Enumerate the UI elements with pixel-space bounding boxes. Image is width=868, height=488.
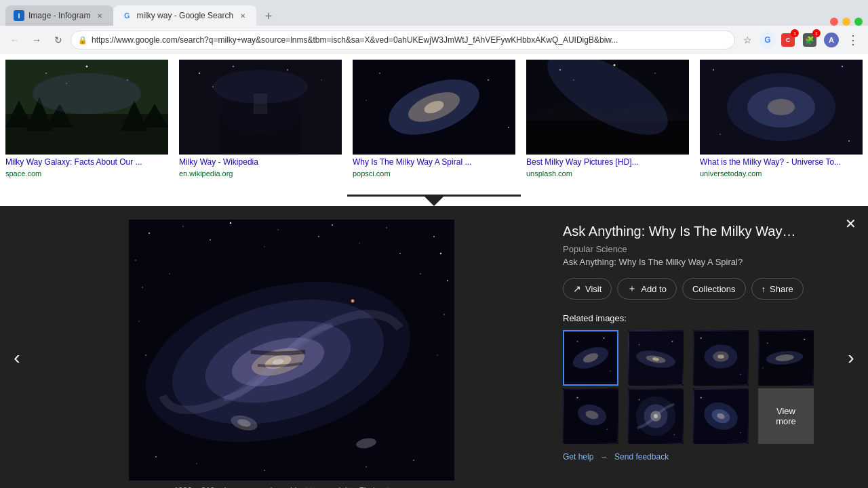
svg-point-35 xyxy=(768,99,795,115)
svg-point-11 xyxy=(199,73,200,74)
svg-point-16 xyxy=(213,70,308,104)
share-icon: ↑ xyxy=(762,284,766,294)
tab-title-google: milky way - Google Search xyxy=(136,11,233,20)
svg-point-91 xyxy=(671,341,673,342)
related-label: Related images: xyxy=(563,313,821,323)
related-thumb-4[interactable] xyxy=(758,330,814,386)
svg-point-114 xyxy=(639,399,640,401)
svg-point-49 xyxy=(440,253,441,254)
svg-point-14 xyxy=(321,79,322,81)
view-more-button[interactable]: View more xyxy=(758,388,814,444)
svg-point-3 xyxy=(86,66,88,68)
footer-separator: – xyxy=(601,452,606,462)
related-thumb-6[interactable] xyxy=(628,388,684,444)
related-thumb-7[interactable] xyxy=(693,388,749,444)
avatar-icon[interactable]: A xyxy=(822,30,841,49)
maximize-window-btn[interactable] xyxy=(854,18,863,26)
svg-point-31 xyxy=(573,79,574,81)
close-window-btn[interactable] xyxy=(830,18,838,26)
related-thumb-1[interactable] xyxy=(563,330,618,386)
svg-point-60 xyxy=(413,460,414,461)
visit-button[interactable]: ↗ Visit xyxy=(563,278,612,300)
search-result-3[interactable]: Why Is The Milky Way A Spiral ... popsci… xyxy=(347,54,521,197)
browser-window: i Image - Infogram ✕ G milky way - Googl… xyxy=(0,0,868,488)
result-caption-5: What is the Milky Way? - Universe To... xyxy=(700,157,863,168)
panel-actions: ↗ Visit ＋ Add to Collections ↑ Share xyxy=(563,278,821,300)
collections-label: Collections xyxy=(692,284,736,294)
result-source-2: en.wikipedia.org xyxy=(179,169,342,178)
new-tab-button[interactable]: + xyxy=(259,7,278,26)
svg-point-24 xyxy=(508,127,509,128)
add-to-button[interactable]: ＋ Add to xyxy=(617,278,677,300)
svg-point-38 xyxy=(719,134,721,135)
address-bar[interactable]: 🔒 https://www.google.com/search?q=milky+… xyxy=(71,30,735,49)
share-button[interactable]: ↑ Share xyxy=(751,278,804,300)
svg-point-107 xyxy=(577,397,578,399)
collections-button[interactable]: Collections xyxy=(682,278,746,300)
send-feedback-link[interactable]: Send feedback xyxy=(614,452,669,462)
tab-close-google[interactable]: ✕ xyxy=(237,10,248,21)
address-text: https://www.google.com/search?q=milky+wa… xyxy=(92,35,728,45)
extension-icon-2[interactable]: 🧩 1 xyxy=(800,30,819,49)
extension-icon-1[interactable]: C 1 xyxy=(778,30,797,49)
svg-point-101 xyxy=(767,343,768,344)
next-image-button[interactable]: › xyxy=(834,206,868,488)
svg-point-41 xyxy=(149,232,150,234)
menu-icon[interactable]: ⋮ xyxy=(844,30,863,49)
svg-point-29 xyxy=(614,64,616,66)
svg-point-23 xyxy=(366,100,367,101)
close-overlay-button[interactable]: ✕ xyxy=(841,214,860,233)
result-caption-2: Milky Way - Wikipedia xyxy=(179,157,342,168)
related-thumb-2[interactable] xyxy=(628,330,684,386)
svg-point-95 xyxy=(717,354,724,359)
svg-point-22 xyxy=(488,79,489,81)
svg-point-66 xyxy=(399,253,401,254)
minimize-window-btn[interactable] xyxy=(842,18,850,26)
svg-point-48 xyxy=(135,260,136,261)
bookmark-icon[interactable]: ☆ xyxy=(738,30,757,49)
result-caption-3: Why Is The Milky Way A Spiral ... xyxy=(353,157,515,168)
get-help-link[interactable]: Get help xyxy=(563,452,593,462)
search-result-5[interactable]: What is the Milky Way? - Universe To... … xyxy=(694,54,868,197)
back-button[interactable]: ← xyxy=(5,30,24,49)
forward-button[interactable]: → xyxy=(27,30,46,49)
result-thumb-5 xyxy=(700,60,863,155)
related-images-grid: View more xyxy=(563,330,821,444)
result-caption-1: Milky Way Galaxy: Facts About Our ... xyxy=(5,157,168,168)
image-overlay: ‹ ✕ xyxy=(0,206,868,488)
extension-badge: 1 xyxy=(791,29,799,37)
svg-point-42 xyxy=(182,226,184,227)
svg-point-108 xyxy=(607,429,608,430)
panel-title: Ask Anything: Why Is The Milky Way… xyxy=(563,222,821,240)
image-strip: Milky Way Galaxy: Facts About Our ... sp… xyxy=(0,54,868,197)
svg-point-30 xyxy=(654,73,656,74)
search-result-4[interactable]: Best Milky Way Pictures [HD]... unsplash… xyxy=(521,54,694,197)
panel-description: Ask Anything: Why Is The Milky Way A Spi… xyxy=(563,257,821,267)
toolbar: ← → ↻ 🔒 https://www.google.com/search?q=… xyxy=(0,26,868,54)
search-result-1[interactable]: Milky Way Galaxy: Facts About Our ... sp… xyxy=(0,54,174,197)
svg-point-57 xyxy=(196,463,197,464)
tab-bar: i Image - Infogram ✕ G milky way - Googl… xyxy=(0,0,868,26)
tab-infogram[interactable]: i Image - Infogram ✕ xyxy=(5,5,113,26)
infogram-favicon: i xyxy=(14,10,24,21)
svg-point-13 xyxy=(287,69,288,70)
svg-rect-1 xyxy=(5,114,168,155)
related-thumb-3[interactable] xyxy=(693,330,749,386)
tab-google[interactable]: G milky way - Google Search ✕ xyxy=(113,5,256,26)
search-result-2[interactable]: Milky Way - Wikipedia en.wikipedia.org xyxy=(174,54,347,197)
reload-button[interactable]: ↻ xyxy=(49,30,68,49)
related-thumb-5[interactable] xyxy=(563,388,618,444)
svg-point-45 xyxy=(332,224,333,226)
prev-image-button[interactable]: ‹ xyxy=(0,206,34,488)
panel-source: Popular Science xyxy=(563,244,821,254)
svg-point-50 xyxy=(142,287,143,288)
profile-icon[interactable]: G xyxy=(760,32,776,48)
tab-close-infogram[interactable]: ✕ xyxy=(94,10,105,21)
visit-label: Visit xyxy=(585,284,601,294)
result-source-3: popsci.com xyxy=(353,169,515,178)
svg-point-62 xyxy=(210,239,211,241)
svg-point-56 xyxy=(155,456,157,458)
svg-point-2 xyxy=(45,73,47,74)
svg-point-85 xyxy=(610,371,611,372)
svg-point-28 xyxy=(559,69,561,70)
